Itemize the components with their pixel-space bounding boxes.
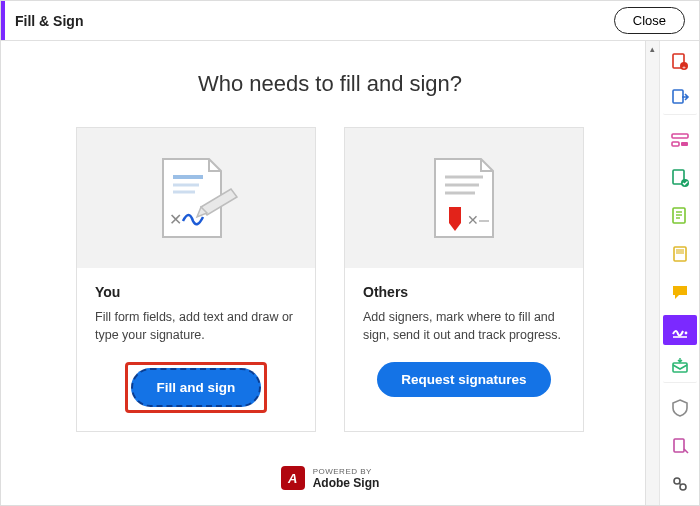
svg-rect-27 [674, 439, 684, 452]
export-pdf-icon[interactable] [663, 85, 697, 115]
stamp-icon[interactable] [663, 431, 697, 461]
svg-line-30 [679, 483, 681, 485]
footer-brand: A POWERED BY Adobe Sign [51, 466, 609, 490]
svg-rect-26 [673, 363, 687, 372]
document-sign-illustration: ✕ [141, 151, 251, 246]
create-pdf-icon[interactable]: + [663, 47, 697, 77]
main-content: Who needs to fill and sign? ✕ You [1, 41, 659, 505]
svg-rect-14 [672, 142, 679, 146]
brand-name: Adobe Sign [313, 476, 380, 490]
send-icon[interactable] [663, 353, 697, 383]
scan-icon[interactable] [663, 239, 697, 269]
request-signatures-button[interactable]: Request signatures [377, 362, 550, 397]
fill-sign-icon[interactable] [663, 315, 697, 345]
svg-point-24 [684, 332, 687, 335]
option-cards: ✕ You Fill form fields, add text and dra… [51, 127, 609, 432]
svg-rect-23 [676, 249, 684, 254]
card-others-illustration: ✕ [345, 128, 583, 268]
protect-icon[interactable] [663, 393, 697, 423]
comment-icon[interactable] [663, 201, 697, 231]
accent-bar [1, 1, 5, 40]
card-others: ✕ Others Add signers, mark where to fill… [344, 127, 584, 432]
page-heading: Who needs to fill and sign? [51, 71, 609, 97]
svg-rect-15 [681, 142, 688, 146]
right-tool-panel: + [659, 41, 699, 505]
svg-text:+: + [682, 64, 686, 70]
svg-rect-13 [672, 134, 688, 138]
highlight-box: Fill and sign [125, 362, 268, 413]
panel-title: Fill & Sign [15, 13, 83, 29]
card-you-body: You Fill form fields, add text and draw … [77, 268, 315, 431]
svg-point-17 [681, 179, 689, 187]
svg-text:✕: ✕ [169, 211, 182, 228]
svg-text:✕: ✕ [467, 212, 479, 228]
card-others-body: Others Add signers, mark where to fill a… [345, 268, 583, 431]
powered-by-label: POWERED BY [313, 467, 380, 476]
card-you-illustration: ✕ [77, 128, 315, 268]
adobe-sign-logo-icon: A [281, 466, 305, 490]
card-others-desc: Add signers, mark where to fill and sign… [363, 308, 565, 344]
vertical-scrollbar[interactable]: ▴ [645, 41, 659, 505]
sticky-note-icon[interactable] [663, 277, 697, 307]
card-you-desc: Fill form fields, add text and draw or t… [95, 308, 297, 344]
document-others-illustration: ✕ [409, 151, 519, 246]
titlebar: Fill & Sign Close [1, 1, 699, 41]
organize-pages-icon[interactable] [663, 163, 697, 193]
svg-rect-12 [673, 90, 683, 103]
fill-and-sign-button[interactable]: Fill and sign [131, 368, 262, 407]
edit-pdf-icon[interactable] [663, 125, 697, 155]
card-others-title: Others [363, 284, 565, 300]
close-button[interactable]: Close [614, 7, 685, 34]
brand-text: POWERED BY Adobe Sign [313, 467, 380, 490]
card-you-title: You [95, 284, 297, 300]
card-you: ✕ You Fill form fields, add text and dra… [76, 127, 316, 432]
more-tools-icon[interactable] [663, 469, 697, 499]
scroll-up-icon[interactable]: ▴ [649, 44, 657, 52]
